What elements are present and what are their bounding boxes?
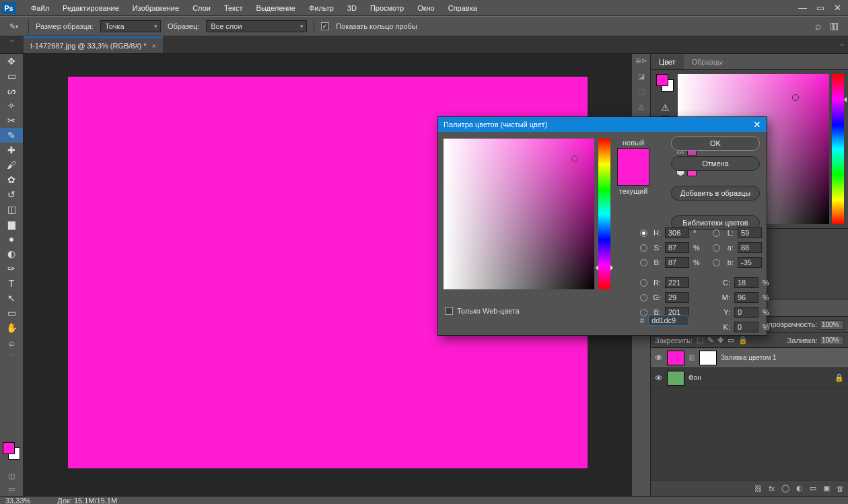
screen-mode-icon[interactable]: ▭ — [8, 484, 15, 493]
marquee-tool[interactable]: ▭ — [0, 69, 23, 83]
input-lab-b[interactable] — [738, 257, 762, 268]
rectangle-tool[interactable]: ▭ — [0, 305, 23, 320]
lasso-tool[interactable]: ᔕ — [0, 83, 23, 98]
new-layer-icon[interactable]: ▣ — [823, 484, 830, 493]
menu-layers[interactable]: Слои — [186, 4, 217, 12]
active-tool-icon[interactable]: ✎▾ — [5, 20, 22, 33]
foreground-swatch[interactable] — [3, 442, 15, 454]
add-swatch-button[interactable]: Добавить в образцы — [671, 186, 760, 201]
lock-all-icon[interactable]: 🔒 — [738, 336, 748, 345]
fg-bg-swatch[interactable] — [3, 442, 20, 460]
web-only-checkbox[interactable] — [445, 307, 453, 315]
menu-filter[interactable]: Фильтр — [302, 4, 341, 12]
ok-button[interactable]: OK — [671, 136, 760, 151]
mask-thumbnail[interactable] — [699, 351, 717, 365]
radio-s[interactable] — [640, 244, 647, 252]
pen-tool[interactable]: ✑ — [0, 261, 23, 276]
input-b[interactable] — [665, 257, 689, 268]
visibility-icon[interactable]: 👁 — [655, 353, 663, 363]
close-tab-icon[interactable]: × — [152, 42, 156, 50]
opacity-input[interactable] — [820, 320, 844, 330]
healing-tool[interactable]: ✚ — [0, 143, 23, 157]
sample-dropdown[interactable]: Все слои — [206, 20, 307, 32]
radio-l[interactable] — [713, 229, 720, 237]
menu-select[interactable]: Выделение — [250, 4, 302, 12]
gradient-tool[interactable]: ▆ — [0, 217, 23, 231]
radio-lab-b[interactable] — [713, 259, 720, 266]
dialog-titlebar[interactable]: Палитра цветов (чистый цвет) ✕ — [438, 117, 767, 132]
panel-fg-bg-swatch[interactable] — [656, 74, 674, 92]
layer-fx-icon[interactable]: fx — [769, 484, 775, 493]
collapse-left-icon[interactable]: ›› — [0, 36, 24, 53]
gamut-warning-icon[interactable]: ⚠ — [661, 102, 670, 113]
menu-type[interactable]: Текст — [217, 4, 250, 12]
current-color-swatch[interactable] — [618, 167, 649, 185]
eyedropper-tool[interactable]: ✎ — [0, 128, 23, 143]
color-preview[interactable] — [617, 148, 649, 186]
fill-input[interactable] — [820, 336, 844, 345]
sample-size-dropdown[interactable]: Точка — [100, 20, 161, 32]
radio-b[interactable] — [640, 259, 647, 266]
lock-pixels-icon[interactable]: ⬚ — [697, 336, 703, 345]
more-tools-icon[interactable]: ⋯ — [0, 350, 23, 359]
input-c[interactable] — [734, 277, 758, 288]
show-ring-checkbox[interactable]: ✓ — [321, 22, 329, 30]
move-tool[interactable]: ✥ — [0, 54, 23, 69]
input-y[interactable] — [734, 307, 758, 318]
delete-icon[interactable]: 🗑 — [837, 484, 844, 493]
menu-3d[interactable]: 3D — [341, 4, 363, 12]
input-h[interactable] — [665, 227, 689, 238]
collapse-right-icon[interactable]: ‹‹ — [841, 36, 848, 53]
picker-color-field[interactable] — [444, 139, 594, 289]
layer-row[interactable]: 👁 Фон 🔒 — [651, 368, 848, 388]
cancel-button[interactable]: Отмена — [671, 156, 760, 171]
search-icon[interactable]: ⌕ — [815, 20, 822, 32]
input-m[interactable] — [734, 292, 758, 303]
brush-tool[interactable]: 🖌 — [0, 157, 23, 172]
close-button[interactable]: ✕ — [834, 3, 841, 13]
info-panel-icon[interactable]: ⚠ — [638, 103, 645, 112]
minimize-button[interactable]: — — [798, 3, 807, 13]
hex-input[interactable] — [648, 315, 688, 326]
hand-tool[interactable]: ✋ — [0, 320, 23, 335]
doc-size[interactable]: Док: 15,1M/15,1M — [57, 497, 117, 505]
maximize-button[interactable]: ▭ — [816, 3, 824, 13]
crop-tool[interactable]: ✂ — [0, 113, 23, 128]
radio-a[interactable] — [713, 244, 720, 252]
file-tab[interactable]: t-1472687.jpg @ 33,3% (RGB/8#) * × — [24, 36, 163, 53]
radio-g[interactable] — [640, 294, 647, 301]
history-brush-tool[interactable]: ↺ — [0, 187, 23, 202]
lock-brush-icon[interactable]: ✎ — [707, 336, 713, 345]
lock-position-icon[interactable]: ✥ — [717, 336, 723, 345]
tab-color[interactable]: Цвет — [651, 55, 684, 69]
link-icon[interactable]: ⛓ — [688, 354, 695, 361]
input-r[interactable] — [665, 277, 689, 288]
clone-stamp-tool[interactable]: ✿ — [0, 172, 23, 187]
blur-tool[interactable]: ● — [0, 231, 23, 246]
layer-thumbnail[interactable] — [667, 371, 684, 386]
layer-name[interactable]: Фон — [688, 374, 701, 382]
lock-artboard-icon[interactable]: ▭ — [728, 336, 734, 345]
path-select-tool[interactable]: ↖ — [0, 291, 23, 305]
swatches-panel-icon[interactable]: ⬚ — [638, 87, 645, 96]
link-layers-icon[interactable]: ⛓ — [754, 484, 762, 493]
visibility-icon[interactable]: 👁 — [655, 373, 663, 383]
zoom-tool[interactable]: ⌕ — [0, 335, 23, 350]
input-k[interactable] — [734, 322, 758, 332]
input-a[interactable] — [738, 242, 762, 253]
menu-window[interactable]: Окно — [411, 4, 441, 12]
hue-slider[interactable] — [832, 74, 844, 224]
menu-file[interactable]: Файл — [24, 4, 56, 12]
radio-h[interactable] — [640, 229, 647, 237]
input-s[interactable] — [665, 242, 689, 253]
input-l[interactable] — [738, 227, 762, 238]
picker-hue-slider[interactable] — [598, 139, 610, 289]
menu-image[interactable]: Изображение — [126, 4, 186, 12]
magic-wand-tool[interactable]: ✧ — [0, 98, 23, 113]
layer-thumbnail[interactable] — [667, 351, 684, 365]
tab-swatches[interactable]: Образцы — [684, 55, 731, 69]
layer-row[interactable]: 👁 ⛓ Заливка цветом 1 — [651, 348, 848, 368]
type-tool[interactable]: T — [0, 276, 23, 291]
menu-help[interactable]: Справка — [441, 4, 484, 12]
quick-mask-icon[interactable]: ◫ — [8, 472, 15, 480]
